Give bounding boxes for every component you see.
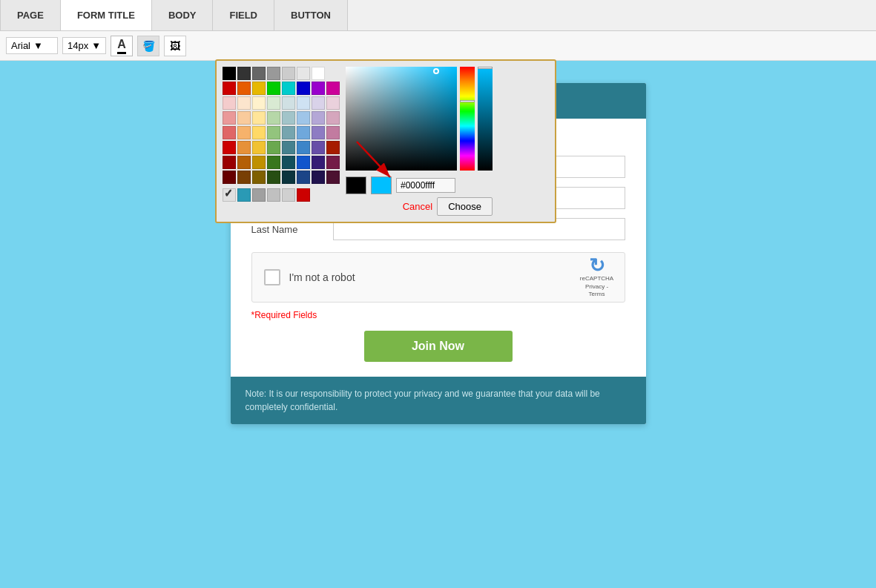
swatch-m7[interactable] [312,111,325,125]
tab-page[interactable]: PAGE [0,0,61,30]
choose-button[interactable]: Choose [437,197,493,216]
font-dropdown-arrow: ▼ [33,40,43,51]
swatch-u6[interactable] [297,156,310,169]
join-now-button[interactable]: Join Now [364,331,513,362]
tab-button[interactable]: BUTTON [274,0,348,30]
swatch-row-6 [223,141,340,154]
swatch-r3[interactable] [252,96,266,110]
swatch-gray1[interactable] [252,188,266,202]
swatch-s7[interactable] [312,126,325,139]
swatch-s6[interactable] [297,126,310,139]
swatch-s3[interactable] [252,126,266,139]
hue-slider[interactable] [460,67,475,171]
swatch-v8[interactable] [326,82,340,95]
font-color-btn[interactable]: A [111,36,133,56]
tab-field[interactable]: FIELD [213,0,274,30]
swatch-check[interactable]: ✓ [223,188,236,202]
swatch-s8[interactable] [326,126,340,139]
swatch-v5[interactable] [282,82,295,95]
gradient-cursor [433,68,439,74]
swatch-u2[interactable] [237,156,251,169]
swatch-d5[interactable] [297,67,310,80]
swatch-t6[interactable] [297,141,310,154]
swatch-u5[interactable] [282,156,295,169]
recaptcha-text: I'm not a robot [289,271,355,283]
swatch-w3[interactable] [252,171,266,184]
swatch-m3[interactable] [252,111,266,125]
swatch-w7[interactable] [312,171,325,184]
swatch-gray2[interactable] [267,188,280,202]
swatch-m1[interactable] [223,111,236,125]
swatch-s2[interactable] [237,126,251,139]
color-preview-black [346,176,366,194]
swatch-v1[interactable] [223,82,236,95]
swatch-t1[interactable] [223,141,236,154]
swatch-r6[interactable] [297,96,310,110]
swatch-t5[interactable] [282,141,295,154]
swatch-black[interactable] [223,67,236,80]
image-icon: 🖼 [170,40,180,52]
swatch-t2[interactable] [237,141,251,154]
swatch-d2[interactable] [252,67,266,80]
text-color-btn[interactable]: 🪣 [137,36,159,56]
tab-body[interactable]: BODY [152,0,214,30]
swatch-t3[interactable] [252,141,266,154]
swatch-v3[interactable] [252,82,266,95]
swatch-s5[interactable] [282,126,295,139]
swatch-r2[interactable] [237,96,251,110]
swatch-row-4 [223,111,340,125]
swatch-v6[interactable] [297,82,310,95]
font-size-select[interactable]: 14px ▼ [62,37,106,54]
hex-input[interactable]: #0000ffff [396,178,455,193]
swatch-m2[interactable] [237,111,251,125]
size-label: 14px [67,40,88,51]
swatch-u4[interactable] [267,156,280,169]
swatch-w1[interactable] [223,171,236,184]
recaptcha-icon: ↻ [589,256,605,275]
swatch-m8[interactable] [326,111,340,125]
swatch-v4[interactable] [267,82,280,95]
swatch-w4[interactable] [267,171,280,184]
size-dropdown-arrow: ▼ [91,40,101,51]
swatch-m5[interactable] [282,111,295,125]
swatch-gray3[interactable] [282,188,295,202]
swatch-d4[interactable] [282,67,295,80]
swatch-w5[interactable] [282,171,295,184]
swatch-v7[interactable] [312,82,325,95]
swatch-red-bottom[interactable] [297,188,310,202]
swatch-t8[interactable] [326,141,340,154]
swatch-m4[interactable] [267,111,280,125]
swatch-r5[interactable] [282,96,295,110]
tab-form-title[interactable]: FORM TITLE [61,0,152,30]
swatch-teal[interactable] [237,188,251,202]
swatch-d3[interactable] [267,67,280,80]
swatch-u7[interactable] [312,156,325,169]
swatch-w2[interactable] [237,171,251,184]
swatch-r1[interactable] [223,96,236,110]
recaptcha-box: I'm not a robot ↻ reCAPTCHA Privacy - Te… [251,252,625,303]
image-btn[interactable]: 🖼 [164,36,186,56]
swatch-d1[interactable] [237,67,251,80]
recaptcha-checkbox[interactable] [264,269,280,285]
swatch-r4[interactable] [267,96,280,110]
swatch-s1[interactable] [223,126,236,139]
swatch-u3[interactable] [252,156,266,169]
swatch-t7[interactable] [312,141,325,154]
swatch-w6[interactable] [297,171,310,184]
cancel-button[interactable]: Cancel [403,197,432,216]
swatch-v2[interactable] [237,82,251,95]
swatch-r8[interactable] [326,96,340,110]
swatch-s4[interactable] [267,126,280,139]
swatch-white[interactable] [312,67,325,80]
swatch-t4[interactable] [267,141,280,154]
gradient-picker[interactable] [346,67,457,171]
alpha-indicator [478,67,493,69]
swatch-w8[interactable] [326,171,340,184]
swatch-r7[interactable] [312,96,325,110]
swatch-u8[interactable] [326,156,340,169]
swatch-row-7 [223,156,340,169]
alpha-slider[interactable] [478,67,493,171]
swatch-u1[interactable] [223,156,236,169]
swatch-m6[interactable] [297,111,310,125]
font-family-select[interactable]: Arial ▼ [6,37,58,54]
